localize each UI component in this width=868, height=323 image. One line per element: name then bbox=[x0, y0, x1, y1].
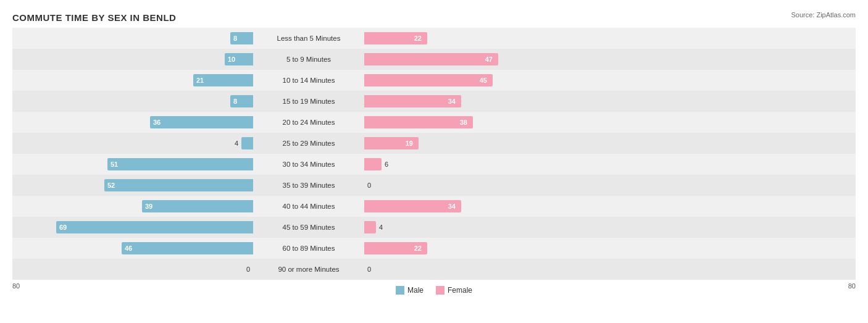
row-label: 40 to 44 Minutes bbox=[253, 203, 364, 210]
legend-male: Male bbox=[396, 286, 424, 295]
row-label: 5 to 9 Minutes bbox=[253, 56, 364, 63]
right-bar-area: 34 bbox=[364, 91, 605, 112]
right-bar-area: 4 bbox=[364, 217, 605, 238]
right-bar-area: 0 bbox=[364, 259, 605, 280]
female-value: 34 bbox=[448, 203, 459, 210]
row-label: 90 or more Minutes bbox=[253, 266, 364, 273]
male-bar: 10 bbox=[225, 53, 253, 65]
table-row: 69 45 to 59 Minutes 4 bbox=[12, 217, 856, 238]
male-value: 36 bbox=[150, 119, 161, 126]
male-bar: 52 bbox=[104, 179, 253, 191]
left-bar-area: 69 bbox=[12, 217, 253, 238]
table-row: 10 5 to 9 Minutes 47 bbox=[12, 49, 856, 70]
female-label: Female bbox=[448, 286, 472, 295]
female-value: 22 bbox=[414, 35, 425, 42]
male-bar bbox=[241, 137, 253, 149]
legend-female: Female bbox=[436, 286, 472, 295]
male-bar: 8 bbox=[230, 95, 253, 107]
male-bar: 69 bbox=[56, 221, 253, 233]
male-value: 8 bbox=[230, 35, 237, 42]
table-row: 52 35 to 39 Minutes 0 bbox=[12, 175, 856, 196]
male-bar: 21 bbox=[193, 74, 253, 86]
chart-container: COMMUTE TIME BY SEX IN BENLD Source: Zip… bbox=[0, 0, 868, 323]
row-label: 30 to 34 Minutes bbox=[253, 161, 364, 168]
female-value-outside: 4 bbox=[377, 224, 383, 231]
left-bar-area: 0 bbox=[12, 259, 253, 280]
left-bar-area: 10 bbox=[12, 49, 253, 70]
table-row: 21 10 to 14 Minutes 45 bbox=[12, 70, 856, 91]
row-label: 10 to 14 Minutes bbox=[253, 77, 364, 84]
male-value: 69 bbox=[56, 224, 67, 231]
right-bar-area: 45 bbox=[364, 70, 605, 91]
male-value-outside: 4 bbox=[235, 140, 240, 147]
male-bar: 46 bbox=[122, 242, 253, 254]
source-label: Source: ZipAtlas.com bbox=[791, 11, 856, 19]
male-bar: 36 bbox=[150, 116, 253, 128]
right-bar-area: 22 bbox=[364, 28, 605, 49]
right-bar-area: 19 bbox=[364, 133, 605, 154]
table-row: 46 60 to 89 Minutes 22 bbox=[12, 238, 856, 259]
female-value: 38 bbox=[460, 119, 470, 126]
female-value: 22 bbox=[414, 245, 425, 252]
right-bar-area: 38 bbox=[364, 112, 605, 133]
axis-right-label: 80 bbox=[848, 282, 856, 295]
row-label: Less than 5 Minutes bbox=[253, 35, 364, 42]
female-bar bbox=[364, 221, 376, 233]
axis-row: 80 Male Female 80 bbox=[12, 282, 856, 295]
legend: Male Female bbox=[396, 286, 472, 295]
male-value: 8 bbox=[230, 98, 237, 105]
female-bar: 34 bbox=[364, 95, 461, 107]
male-value: 21 bbox=[193, 77, 204, 84]
female-value: 34 bbox=[448, 98, 459, 105]
chart-body: 8 Less than 5 Minutes 22 10 5 to 9 Minut… bbox=[12, 28, 856, 280]
row-label: 35 to 39 Minutes bbox=[253, 182, 364, 189]
female-bar: 45 bbox=[364, 74, 493, 86]
female-value-outside: 0 bbox=[365, 182, 371, 189]
male-value: 46 bbox=[122, 245, 132, 252]
row-label: 15 to 19 Minutes bbox=[253, 98, 364, 105]
table-row: 8 Less than 5 Minutes 22 bbox=[12, 28, 856, 49]
male-value: 52 bbox=[104, 182, 115, 189]
right-bar-area: 6 bbox=[364, 154, 605, 175]
female-value: 45 bbox=[480, 77, 490, 84]
left-bar-area: 36 bbox=[12, 112, 253, 133]
female-value: 19 bbox=[406, 140, 416, 147]
right-bar-area: 22 bbox=[364, 238, 605, 259]
female-color-box bbox=[436, 286, 444, 295]
row-label: 45 to 59 Minutes bbox=[253, 224, 364, 231]
left-bar-area: 52 bbox=[12, 175, 253, 196]
female-value-outside: 0 bbox=[365, 266, 371, 273]
row-label: 20 to 24 Minutes bbox=[253, 119, 364, 126]
male-bar: 8 bbox=[230, 32, 253, 44]
female-bar: 47 bbox=[364, 53, 498, 65]
female-bar: 22 bbox=[364, 242, 427, 254]
female-value-outside: 6 bbox=[383, 161, 388, 168]
left-bar-area: 8 bbox=[12, 91, 253, 112]
female-value: 47 bbox=[485, 56, 496, 63]
male-value: 39 bbox=[142, 203, 152, 210]
right-bar-area: 0 bbox=[364, 175, 605, 196]
left-bar-area: 39 bbox=[12, 196, 253, 217]
table-row: 4 25 to 29 Minutes 19 bbox=[12, 133, 856, 154]
table-row: 36 20 to 24 Minutes 38 bbox=[12, 112, 856, 133]
male-bar: 39 bbox=[142, 200, 253, 212]
female-bar: 38 bbox=[364, 116, 473, 128]
male-value: 51 bbox=[107, 161, 118, 168]
male-bar: 51 bbox=[107, 158, 253, 170]
table-row: 51 30 to 34 Minutes 6 bbox=[12, 154, 856, 175]
axis-left-label: 80 bbox=[12, 282, 20, 295]
female-bar bbox=[364, 158, 382, 170]
right-bar-area: 34 bbox=[364, 196, 605, 217]
table-row: 8 15 to 19 Minutes 34 bbox=[12, 91, 856, 112]
left-bar-area: 51 bbox=[12, 154, 253, 175]
male-value-outside: 0 bbox=[246, 266, 252, 273]
chart-title: COMMUTE TIME BY SEX IN BENLD bbox=[12, 12, 856, 23]
male-value: 10 bbox=[225, 56, 235, 63]
row-label: 25 to 29 Minutes bbox=[253, 140, 364, 147]
male-label: Male bbox=[407, 286, 424, 295]
left-bar-area: 46 bbox=[12, 238, 253, 259]
male-color-box bbox=[396, 286, 404, 295]
row-label: 60 to 89 Minutes bbox=[253, 245, 364, 252]
table-row: 39 40 to 44 Minutes 34 bbox=[12, 196, 856, 217]
female-bar: 34 bbox=[364, 200, 461, 212]
